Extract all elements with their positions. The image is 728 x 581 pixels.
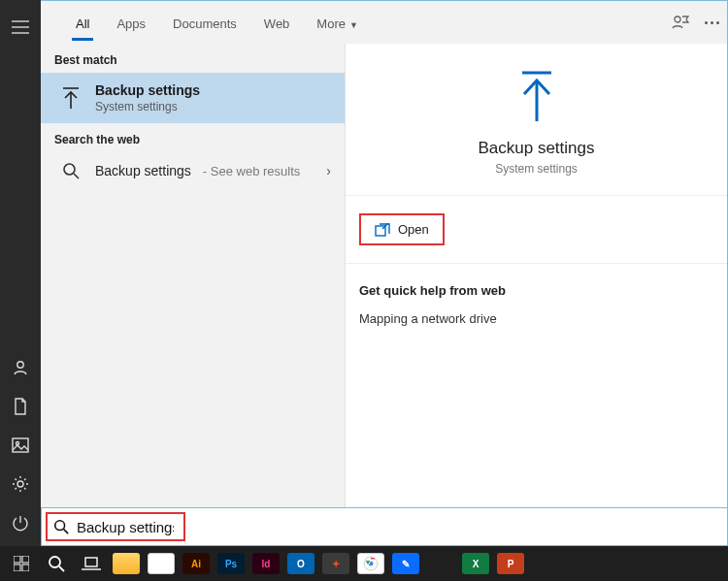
- taskbar: Ai Ps Id O ✦ ✎ X P: [0, 546, 728, 581]
- results-column: Best match Backup settings System settin…: [41, 44, 345, 546]
- app-photoshop-icon[interactable]: Ps: [215, 549, 247, 578]
- pictures-icon[interactable]: [11, 436, 30, 455]
- svg-rect-18: [22, 556, 29, 563]
- web-result-title: Backup settings: [95, 163, 191, 178]
- search-icon: [53, 519, 69, 534]
- svg-line-11: [74, 174, 79, 178]
- chevron-down-icon: ▼: [349, 20, 358, 30]
- app-illustrator-icon[interactable]: Ai: [181, 549, 212, 578]
- best-match-label: Best match: [41, 44, 345, 73]
- app-calendar-icon[interactable]: [146, 549, 177, 578]
- task-view-icon[interactable]: [76, 549, 107, 578]
- svg-line-16: [64, 530, 68, 533]
- tab-all[interactable]: All: [62, 5, 103, 41]
- svg-rect-17: [14, 556, 20, 563]
- open-icon: [375, 223, 390, 237]
- detail-title: Backup settings: [478, 139, 594, 158]
- app-powerpoint-icon[interactable]: P: [495, 549, 526, 578]
- search-box-wrap: [41, 507, 728, 546]
- search-input[interactable]: [77, 519, 174, 535]
- result-web-backup-settings[interactable]: Backup settings - See web results ›: [41, 152, 345, 189]
- help-title: Get quick help from web: [359, 283, 713, 298]
- tab-more[interactable]: More▼: [303, 5, 372, 41]
- help-link-mapping-drive[interactable]: Mapping a network drive: [359, 311, 713, 326]
- result-backup-settings[interactable]: Backup settings System settings: [41, 73, 345, 123]
- hamburger-icon[interactable]: [11, 17, 30, 37]
- web-result-suffix: - See web results: [203, 164, 300, 178]
- start-sidebar: [0, 0, 41, 546]
- tab-documents[interactable]: Documents: [159, 5, 250, 41]
- svg-point-10: [64, 164, 75, 175]
- tab-web[interactable]: Web: [250, 5, 304, 41]
- svg-point-6: [17, 481, 23, 487]
- document-icon[interactable]: [11, 397, 30, 416]
- open-label: Open: [398, 222, 429, 237]
- detail-subtitle: System settings: [495, 162, 578, 176]
- search-panel: All Apps Documents Web More▼ Best match …: [41, 0, 728, 546]
- more-options-icon[interactable]: [696, 7, 727, 38]
- svg-point-21: [50, 557, 60, 567]
- svg-point-7: [675, 16, 680, 22]
- result-title: Backup settings: [95, 82, 200, 98]
- chevron-right-icon: ›: [326, 163, 331, 178]
- file-explorer-icon[interactable]: [111, 549, 142, 578]
- svg-rect-19: [14, 565, 20, 571]
- app-indesign-icon[interactable]: Id: [250, 549, 281, 578]
- app-chrome-icon[interactable]: [355, 549, 386, 578]
- app-outlook-icon[interactable]: O: [285, 549, 316, 578]
- taskbar-search-icon[interactable]: [41, 549, 72, 578]
- settings-gear-icon[interactable]: [11, 474, 30, 494]
- svg-rect-4: [13, 438, 28, 452]
- svg-line-22: [59, 566, 64, 571]
- app-brave-icon[interactable]: ✦: [320, 549, 351, 578]
- user-icon[interactable]: [11, 358, 30, 377]
- detail-pane: Backup settings System settings Open Get…: [345, 44, 727, 546]
- backup-arrow-icon: [58, 85, 83, 111]
- power-icon[interactable]: [11, 513, 30, 533]
- app-excel-icon[interactable]: X: [460, 549, 491, 578]
- start-button[interactable]: [6, 549, 37, 578]
- svg-rect-23: [85, 558, 97, 566]
- feedback-icon[interactable]: [665, 7, 696, 38]
- backup-arrow-icon: [513, 67, 561, 125]
- app-edit-icon[interactable]: ✎: [390, 549, 421, 578]
- open-button[interactable]: Open: [359, 213, 445, 245]
- svg-point-3: [17, 362, 23, 368]
- svg-rect-20: [22, 565, 29, 571]
- search-tabs: All Apps Documents Web More▼: [41, 1, 727, 44]
- svg-point-15: [55, 521, 65, 531]
- search-icon: [58, 162, 83, 179]
- result-subtitle: System settings: [95, 100, 200, 113]
- search-web-label: Search the web: [41, 123, 345, 152]
- tab-apps[interactable]: Apps: [103, 5, 159, 41]
- app-notes-icon[interactable]: [425, 549, 456, 578]
